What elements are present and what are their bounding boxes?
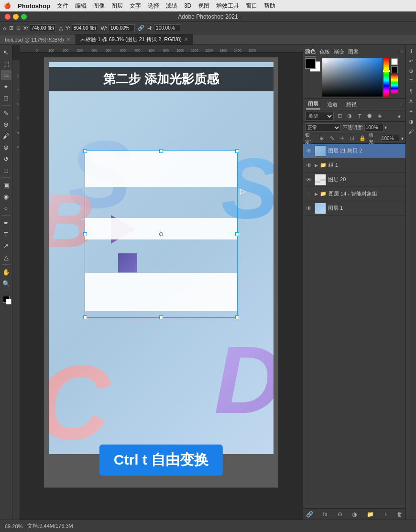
- crop-tool[interactable]: ⊡: [1, 93, 11, 103]
- layer-expand-group1[interactable]: ▶: [315, 163, 318, 168]
- add-adjustment-btn[interactable]: ◑: [352, 511, 357, 518]
- handle-bottom-mid[interactable]: [159, 315, 163, 319]
- handle-mid-left[interactable]: [83, 232, 87, 236]
- menu-plugins[interactable]: 增效工具: [216, 2, 239, 10]
- add-style-btn[interactable]: fx: [323, 511, 328, 518]
- layer-type-dropdown[interactable]: 类型: [305, 112, 334, 120]
- layer-vis-group1[interactable]: 👁: [305, 162, 313, 169]
- info-btn[interactable]: ℹ: [407, 47, 416, 55]
- add-group-btn[interactable]: 📁: [367, 511, 374, 518]
- layer-vis-21-copy2[interactable]: 👁: [305, 147, 313, 155]
- handle-mid-right[interactable]: [235, 232, 239, 236]
- panel-menu-icon[interactable]: ≡: [401, 49, 404, 54]
- healing-tool[interactable]: ⊕: [1, 119, 11, 130]
- star-btn[interactable]: ✦: [407, 107, 416, 116]
- menu-help[interactable]: 帮助: [264, 2, 275, 10]
- lock-proportions-icon[interactable]: 🔗: [138, 25, 144, 31]
- handle-top-mid[interactable]: [159, 149, 163, 153]
- y-input[interactable]: [72, 24, 98, 32]
- apple-menu[interactable]: 🍎: [4, 2, 11, 9]
- gradient-tool[interactable]: ▣: [1, 180, 11, 190]
- move-tool[interactable]: ↖: [1, 47, 11, 57]
- filter-text-icon[interactable]: T: [355, 112, 364, 120]
- white-swatch[interactable]: [391, 58, 398, 65]
- history-brush-tool[interactable]: ↺: [1, 153, 11, 164]
- clone-tool[interactable]: ⊚: [1, 142, 11, 152]
- opacity-input[interactable]: [364, 124, 383, 131]
- lasso-tool[interactable]: ⌓: [1, 70, 11, 80]
- brush-tool[interactable]: 🖌: [1, 130, 11, 141]
- tab-layers[interactable]: 图层: [306, 99, 320, 109]
- color-spectrum[interactable]: [383, 58, 389, 97]
- add-mask-btn[interactable]: ⊙: [338, 511, 342, 518]
- lock-all-btn[interactable]: 🔒: [359, 134, 367, 143]
- history-btn[interactable]: ↶: [407, 57, 416, 65]
- black-swatch[interactable]: [391, 66, 398, 73]
- lock-move-btn[interactable]: ✛: [338, 134, 346, 143]
- menu-file[interactable]: 文件: [57, 2, 68, 10]
- menu-layer[interactable]: 图层: [111, 2, 123, 10]
- tab-boli-close[interactable]: ✕: [66, 37, 70, 42]
- maximize-button[interactable]: [21, 14, 27, 20]
- tab-paths[interactable]: 路径: [344, 100, 359, 109]
- layer-item-20[interactable]: 👁 图层 20: [303, 173, 405, 187]
- menu-filter[interactable]: 滤镜: [166, 2, 177, 10]
- eyedropper-tool[interactable]: ✎: [1, 108, 11, 118]
- pen-tool[interactable]: ✒: [1, 217, 11, 228]
- home-icon[interactable]: ⌂: [3, 25, 6, 31]
- fill-input[interactable]: [381, 135, 399, 142]
- layers-panel-menu[interactable]: ≡: [400, 102, 403, 108]
- filter-shape-icon[interactable]: ⬟: [365, 112, 374, 120]
- menu-view[interactable]: 视图: [198, 2, 209, 10]
- tab-untitled[interactable]: 未标题-1 @ 69.3% (图层 21 拷贝 2, RGB/8) ✕: [76, 34, 193, 44]
- menu-select[interactable]: 选择: [148, 2, 159, 10]
- handle-top-right[interactable]: [235, 149, 239, 153]
- marquee-tool[interactable]: ⬚: [1, 58, 11, 69]
- w-input[interactable]: [109, 24, 135, 32]
- menu-text[interactable]: 文字: [130, 2, 141, 10]
- tab-pattern[interactable]: 图案: [348, 47, 359, 56]
- layer-expand-14[interactable]: ▶: [315, 192, 318, 196]
- filter-smart-icon[interactable]: ◈: [375, 112, 384, 120]
- menu-window[interactable]: 窗口: [246, 2, 257, 10]
- background-color[interactable]: [6, 299, 11, 304]
- tab-boli[interactable]: boli.psd @ 117%(RGB/8) ✕: [0, 34, 76, 44]
- h-input[interactable]: [154, 24, 180, 32]
- foreground-swatch[interactable]: [305, 58, 316, 69]
- add-layer-btn[interactable]: +: [383, 511, 387, 518]
- char2-btn[interactable]: A: [407, 97, 416, 106]
- link-layers-btn[interactable]: 🔗: [306, 511, 313, 518]
- type-tool[interactable]: T: [1, 229, 11, 239]
- hand-tool[interactable]: ✋: [1, 267, 11, 277]
- brush-panel-btn[interactable]: 🖌: [407, 127, 416, 136]
- layer-vis-14[interactable]: 👁: [305, 190, 313, 198]
- transform-selection-box[interactable]: [85, 151, 238, 318]
- dodge-tool[interactable]: ○: [1, 203, 11, 213]
- x-input[interactable]: [30, 24, 56, 32]
- filter-toggle[interactable]: ●: [395, 112, 404, 120]
- tab-gradient[interactable]: 渐变: [334, 47, 344, 56]
- fill-chevron[interactable]: ▾: [401, 136, 404, 141]
- lock-artboard-btn[interactable]: ⊡: [348, 134, 356, 143]
- tab-untitled-close[interactable]: ✕: [184, 37, 188, 42]
- eraser-tool[interactable]: ◻: [1, 165, 11, 175]
- zoom-tool[interactable]: 🔍: [1, 278, 11, 289]
- layer-item-1[interactable]: 👁 图层 1: [303, 201, 405, 216]
- adjust-btn[interactable]: ◑: [407, 117, 416, 126]
- lock-paint-btn[interactable]: ✎: [328, 134, 336, 143]
- layer-item-21-copy2[interactable]: 👁 图层 21 拷贝 2: [303, 144, 405, 158]
- layer-item-14[interactable]: 👁 ▶ 📁 图层 14 - 智能对象组: [303, 187, 405, 201]
- blur-tool[interactable]: ◉: [1, 191, 11, 202]
- menu-image[interactable]: 图像: [93, 2, 105, 10]
- shape-tool[interactable]: △: [1, 252, 11, 262]
- filter-adjustment-icon[interactable]: ◑: [345, 112, 354, 120]
- document-canvas[interactable]: 第二步 添加光影质感 C S D S B: [44, 57, 278, 488]
- close-button[interactable]: [5, 14, 11, 20]
- color-gradient-container[interactable]: [322, 58, 389, 97]
- path-select-tool[interactable]: ↗: [1, 240, 11, 251]
- handle-bottom-right[interactable]: [235, 315, 239, 319]
- quick-select-tool[interactable]: ✦: [1, 81, 11, 92]
- menu-3d[interactable]: 3D: [184, 2, 191, 9]
- filter-pixel-icon[interactable]: ⊡: [335, 112, 344, 120]
- opacity-chevron[interactable]: ▾: [384, 125, 387, 130]
